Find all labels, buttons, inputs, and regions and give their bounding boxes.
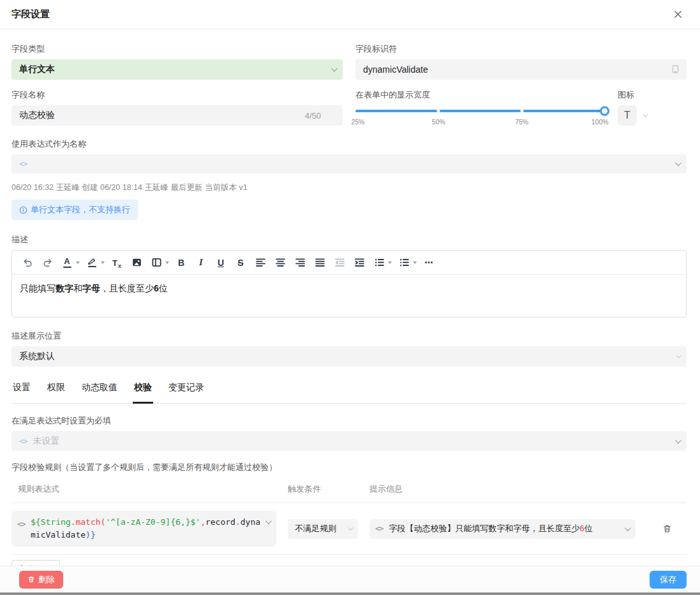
chevron-down-icon[interactable] [165,261,169,264]
desc-position-select[interactable]: 系统默认 [11,346,687,367]
field-icon-button[interactable]: T [618,105,637,126]
align-left-icon[interactable] [253,254,268,271]
expression-name-select[interactable]: <> [11,154,687,173]
field-type-label: 字段类型 [11,43,343,55]
desc-text-bold: 数字 [56,283,73,293]
chevron-down-icon[interactable] [388,261,392,264]
rule-row: <> ${String.match('^[a-zA-Z0-9]{6,}$',re… [11,503,687,554]
code-icon: <> [17,518,25,531]
chevron-down-icon [265,518,272,524]
slider-stop-50 [437,110,440,113]
col-expression: 规则表达式 [11,483,276,495]
tab-validation[interactable]: 校验 [133,379,153,404]
chevron-down-icon[interactable] [413,261,417,264]
field-name-label: 字段名称 [11,89,343,101]
delete-rule-icon[interactable] [658,520,676,538]
tab-permissions[interactable]: 权限 [46,379,66,403]
mark-75[interactable]: 75% [515,118,528,126]
trigger-condition-value: 不满足规则 [295,523,336,534]
unordered-list-icon[interactable] [396,254,412,271]
close-icon[interactable] [671,8,685,22]
redo-icon[interactable] [40,254,55,271]
notice-text: 单行文本字段，不支持换行 [31,204,130,216]
font-color-icon[interactable]: A [59,254,75,271]
identifier-input[interactable]: dynamicValidate [355,59,687,80]
chevron-down-icon[interactable] [643,112,648,117]
code-token: record [205,517,235,527]
ordered-list-icon[interactable] [371,254,387,271]
message-post: 位 [585,524,593,533]
indent-icon[interactable] [352,254,367,271]
message-select[interactable]: <> 字段【动态校验】只能填写数字和字母，且长度至少6位 [369,519,636,539]
chevron-down-icon [625,525,631,531]
code-icon: <> [19,159,27,168]
undo-icon[interactable] [20,254,35,271]
slider-handle[interactable] [600,107,609,116]
slider-track[interactable] [355,110,605,112]
clear-format-icon[interactable]: Tx [109,254,124,271]
code-token: '^[a-zA-Z0-9]{6,}$' [105,517,200,527]
tab-change-log[interactable]: 变更记录 [167,379,205,403]
desc-position-value: 系统默认 [19,351,55,362]
image-icon[interactable] [129,254,144,271]
tab-settings[interactable]: 设置 [11,379,32,403]
mark-50[interactable]: 50% [432,118,445,126]
table-icon[interactable] [149,254,164,271]
align-right-icon[interactable] [292,254,308,271]
mark-25[interactable]: 25% [351,118,364,126]
underline-icon[interactable]: U [213,254,228,271]
identifier-label: 字段标识符 [355,43,687,55]
field-settings-modal: 字段设置 字段类型 单行文本 字段标识符 dynamicValidate [0,0,700,595]
more-icon[interactable] [421,254,436,271]
required-expr-select[interactable]: <> 未设置 [11,431,687,451]
chevron-down-icon [675,437,681,443]
tab-dynamic-value[interactable]: 动态取值 [80,379,119,403]
modal-footer: 删除 保存 [0,566,700,592]
bold-icon[interactable]: B [174,254,189,271]
desc-text: 只能填写 [20,283,56,293]
field-name-input[interactable]: 动态校验 4/50 [11,105,343,126]
desc-text-bold: 字母 [82,283,100,293]
strikethrough-icon[interactable]: S [233,254,248,271]
modal-title: 字段设置 [11,8,50,20]
description-content[interactable]: 只能填写数字和字母，且长度至少6位 [12,275,686,317]
modal-header: 字段设置 [0,0,700,29]
desc-text: 和 [73,283,82,293]
slider-marks: 25% 50% 75% 100% [355,118,605,127]
save-button[interactable]: 保存 [650,571,687,589]
rule-expression-select[interactable]: <> ${String.match('^[a-zA-Z0-9]{6,}$',re… [11,511,276,547]
rules-table-header: 规则表达式 触发条件 提示信息 [11,482,687,503]
delete-button[interactable]: 删除 [19,571,63,589]
trash-icon [27,575,35,584]
char-counter: 4/50 [305,111,321,121]
trigger-condition-select[interactable]: 不满足规则 [288,519,358,539]
message-highlight: 6 [579,524,584,533]
settings-tabs: 设置 权限 动态取值 校验 变更记录 [11,379,687,404]
message-text: 字段【动态校验】只能填写数字和字母，且长度至少6位 [389,523,592,534]
slider-stop-75 [520,110,523,113]
display-width-slider[interactable] [355,106,609,116]
chevron-down-icon[interactable] [76,261,80,264]
display-width-label: 在表单中的显示宽度 [355,89,609,101]
rules-table: 规则表达式 触发条件 提示信息 <> ${String.match('^[a-z… [11,482,687,579]
code-token: . [235,517,241,527]
desc-position-label: 描述展示位置 [11,330,687,342]
expression-name-label: 使用表达式作为名称 [11,138,687,150]
chevron-down-icon [348,525,353,530]
code-token: , [200,517,205,527]
chevron-down-icon [676,353,681,358]
italic-icon[interactable]: I [193,254,209,271]
align-center-icon[interactable] [272,254,288,271]
highlight-icon[interactable] [84,254,100,271]
mark-100[interactable]: 100% [592,118,609,126]
copy-identifier-icon[interactable] [671,65,680,75]
required-expr-placeholder: 未设置 [33,436,59,447]
rich-text-editor: A Tx [11,250,687,318]
outdent-icon[interactable] [332,254,347,271]
desc-text: ，且长度至少 [100,283,154,293]
editor-toolbar: A Tx [12,251,686,275]
align-justify-icon[interactable] [312,254,327,271]
message-pre: 字段【动态校验】只能填写数字和字母，且长度至少 [389,524,579,533]
chevron-down-icon[interactable] [101,261,105,264]
field-type-select[interactable]: 单行文本 [11,59,343,80]
